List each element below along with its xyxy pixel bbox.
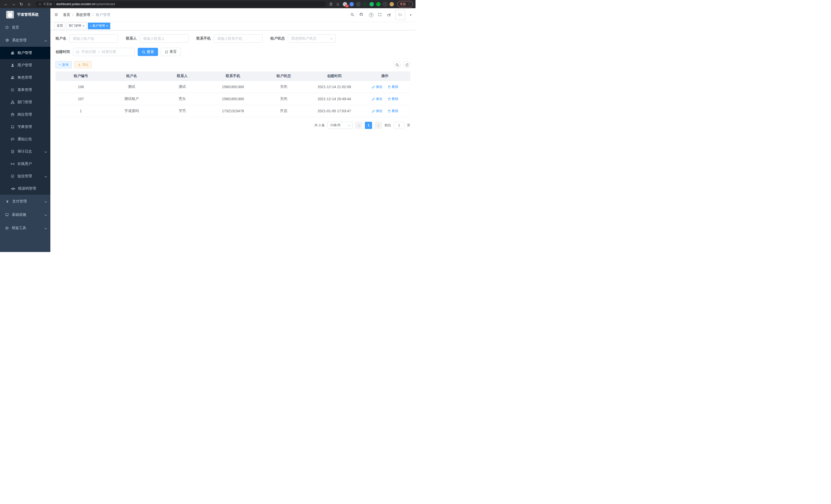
sidebar-item-menu[interactable]: 菜单管理	[0, 84, 50, 96]
gear-icon: ⚙	[5, 38, 9, 42]
col-tenant-id: 租户编号	[56, 71, 106, 81]
page-size-select[interactable]: 10条/页	[327, 122, 352, 129]
sidebar-sections: ¥ 支付管理 基础设施 研发工具	[0, 195, 50, 235]
yen-icon: ¥	[5, 200, 9, 203]
browser-update-button[interactable]: 更新 ⋮	[397, 1, 413, 7]
chevron-down-icon	[347, 124, 350, 127]
export-button[interactable]: 导出	[74, 61, 92, 68]
share-icon[interactable]	[329, 2, 333, 6]
reload-button[interactable]: ↻	[18, 1, 25, 7]
extension-icon-6[interactable]	[376, 2, 380, 6]
font-size-icon[interactable]: TT	[387, 13, 391, 17]
sidebar-item-devtools[interactable]: 研发工具	[0, 221, 50, 235]
extension-icon-4[interactable]	[363, 2, 367, 6]
logo[interactable]: 芋道管理系统	[0, 8, 50, 21]
extension-icon-5[interactable]	[370, 2, 374, 6]
sidebar-item-payment[interactable]: ¥ 支付管理	[0, 195, 50, 208]
sidebar-item-system[interactable]: ⚙ 系统管理	[0, 34, 50, 47]
back-button[interactable]: ←	[3, 1, 9, 7]
sidebar-item-sms[interactable]: 短信管理	[0, 170, 50, 182]
delete-button[interactable]: 删除	[388, 97, 398, 101]
forward-button[interactable]: →	[10, 1, 17, 7]
extension-icon-8[interactable]	[390, 2, 394, 6]
sidebar-item-online-user[interactable]: 在线用户	[0, 158, 50, 170]
help-icon[interactable]: ?	[369, 13, 373, 17]
sidebar-item-home[interactable]: 首页	[0, 21, 50, 34]
page-number-button[interactable]: 1	[365, 122, 372, 129]
extension-icon-2[interactable]	[349, 2, 354, 6]
cell-tenant-id: 107	[56, 93, 106, 105]
filter-contact: 联系人	[126, 34, 189, 42]
tags-view: 首页 部门管理 × ● 租户管理 ×	[50, 22, 416, 30]
delete-button[interactable]: 删除	[388, 109, 398, 113]
sidebar-item-role[interactable]: 角色管理	[0, 71, 50, 84]
search-button[interactable]: 搜索	[138, 48, 158, 56]
breadcrumb-system[interactable]: 系统管理	[76, 12, 90, 17]
sidebar-item-post[interactable]: 岗位管理	[0, 109, 50, 121]
col-tenant-name: 租户名	[106, 71, 157, 81]
create-time-label: 创建时间	[56, 50, 70, 54]
roles-icon	[11, 76, 15, 80]
prev-page-button[interactable]	[355, 122, 362, 129]
sidebar-item-notice[interactable]: 通知公告	[0, 133, 50, 145]
hamburger-icon	[55, 13, 59, 17]
breadcrumb-separator: /	[73, 13, 74, 17]
logo-image	[6, 11, 14, 19]
sidebar-item-user[interactable]: 用户管理	[0, 59, 50, 71]
sidebar-item-audit-log[interactable]: 审计日志	[0, 145, 50, 158]
tab-dept[interactable]: 部门管理 ×	[66, 23, 87, 29]
breadcrumb-home[interactable]: 首页	[63, 12, 70, 17]
sidebar-item-dept[interactable]: 部门管理	[0, 96, 50, 109]
col-actions: 操作	[360, 71, 410, 81]
extension-icon-7[interactable]	[383, 2, 387, 6]
fullscreen-icon[interactable]	[378, 13, 382, 17]
cell-status: 关闭	[258, 93, 309, 105]
refresh-table-button[interactable]	[403, 61, 410, 68]
avatar[interactable]	[396, 10, 405, 20]
extension-icon-3[interactable]	[356, 2, 361, 6]
extension-icon-1[interactable]: 10	[343, 2, 347, 6]
tenant-name-input[interactable]	[69, 34, 118, 42]
mobile-input[interactable]	[214, 34, 263, 42]
end-date-placeholder[interactable]: 结束日期	[102, 50, 116, 54]
sidebar-item-dict[interactable]: 字典管理	[0, 121, 50, 133]
home-button[interactable]: ⌂	[26, 1, 32, 7]
close-icon[interactable]: ×	[83, 24, 84, 28]
extension-badge: 10	[345, 5, 349, 7]
sidebar-collapse-button[interactable]	[55, 13, 59, 17]
edit-button[interactable]: 修改	[372, 109, 382, 113]
edit-button[interactable]: 修改	[372, 97, 382, 101]
refresh-icon	[405, 63, 408, 66]
chevron-down-icon	[44, 175, 47, 178]
sidebar-item-tenant[interactable]: 租户管理	[0, 47, 50, 59]
filter-create-time: 创建时间 开始日期 - 结束日期	[56, 48, 135, 56]
reset-button[interactable]: 重置	[161, 48, 181, 56]
sidebar-item-infra[interactable]: 基础设施	[0, 208, 50, 221]
bookmark-star-icon[interactable]: ☆	[335, 1, 341, 7]
table-row: 1 芋道源码 芋艿 17321315478 开启 2021-01-05 17:0…	[56, 105, 410, 117]
toggle-search-button[interactable]	[393, 61, 401, 68]
contact-input[interactable]	[140, 34, 189, 42]
list-icon	[11, 88, 15, 92]
address-bar[interactable]: ⚠ 不安全 dashboard.yudao.iocoder.cn/system/…	[35, 1, 326, 7]
delete-button[interactable]: 删除	[388, 85, 398, 89]
next-page-button[interactable]	[375, 122, 382, 129]
code-icon: </>	[11, 187, 15, 190]
caret-down-icon[interactable]: ▾	[410, 13, 411, 17]
edit-button[interactable]: 修改	[372, 85, 382, 89]
search-icon[interactable]	[350, 13, 355, 17]
sidebar-item-error-code[interactable]: </> 错误码管理	[0, 182, 50, 195]
github-icon[interactable]	[360, 12, 364, 18]
date-range-picker[interactable]: 开始日期 - 结束日期	[73, 48, 135, 56]
close-icon[interactable]: ×	[106, 24, 108, 28]
add-button[interactable]: + 新增	[56, 61, 72, 68]
cell-tenant-name: 测试租户	[106, 93, 157, 105]
user-icon	[11, 63, 15, 67]
tab-tenant[interactable]: ● 租户管理 ×	[88, 23, 110, 29]
status-select[interactable]: 请选择租户状态	[288, 34, 336, 42]
book-icon	[11, 125, 15, 129]
table-header-row: 租户编号 租户名 联系人 联系手机 租户状态 创建时间 操作	[56, 71, 410, 81]
tab-home[interactable]: 首页	[55, 23, 65, 29]
start-date-placeholder[interactable]: 开始日期	[82, 50, 96, 54]
goto-page-input[interactable]	[394, 122, 404, 129]
